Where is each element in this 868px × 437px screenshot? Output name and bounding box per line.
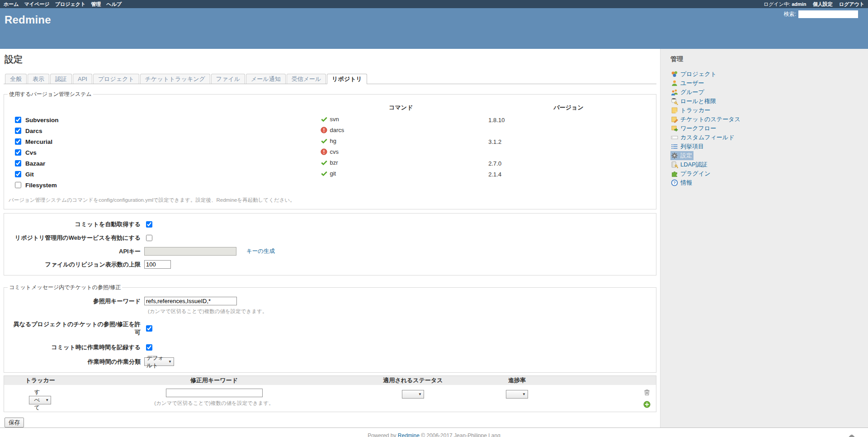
search-label: 検索: [784,10,796,18]
tab-general[interactable]: 全般 [5,74,27,84]
scm-cvs-checkbox[interactable] [15,149,21,156]
footer: Powered by Redmine © 2006-2017 Jean-Phil… [0,428,868,437]
svg-text:?: ? [673,180,676,185]
sidebar-item-plugins[interactable]: プラグイン [670,169,859,178]
applied-status-select[interactable]: ▼ [402,390,424,399]
top-menu-projects[interactable]: プロジェクト [55,1,86,7]
applied-status-header: 適用されるステータス [352,376,474,385]
scm-version: 1.8.10 [488,117,505,124]
fix-keywords-input[interactable] [166,389,263,397]
scm-command-header: コマンド [317,101,485,114]
tab-incoming-mail[interactable]: 受信メール [287,74,326,84]
autofetch-checkbox[interactable] [146,221,152,228]
ref-keywords-input[interactable] [144,297,237,305]
generate-key-link[interactable]: キーの生成 [246,247,275,255]
delete-icon[interactable] [643,389,651,396]
redmine-link[interactable]: Redmine [398,432,420,437]
sidebar-item-trackers[interactable]: トラッカー [670,106,859,115]
table-row: Mercurial hg 3.1.2 [8,136,652,147]
webservice-checkbox[interactable] [146,235,152,241]
current-user: admin [792,1,806,7]
app-header: Redmine 検索: [0,8,868,49]
scm-mercurial-checkbox[interactable] [15,138,21,145]
sidebar-item-custom-fields[interactable]: カスタムフィールド [670,133,859,142]
top-menu-left: ホーム マイページ プロジェクト 管理 ヘルプ [4,1,126,8]
enumerations-icon [671,143,678,150]
sidebar-item-roles[interactable]: ロールと権限 [670,97,859,106]
sidebar-item-ldap[interactable]: LDAP認証 [670,160,859,169]
add-icon[interactable] [643,401,651,408]
sidebar-item-projects[interactable]: プロジェクト [670,70,859,79]
done-ratio-header: 進捗率 [474,376,560,385]
ok-icon [321,159,327,166]
feedly-badge-icon[interactable] [844,432,860,437]
admin-sidebar: 管理 プロジェクト ユーザー グループ ロールと権限 トラッカー チケットのステ… [660,49,868,428]
tab-issue-tracking[interactable]: チケットトラッキング [140,74,210,84]
tab-mail-notifications[interactable]: メール通知 [246,74,286,84]
sidebar-item-settings[interactable]: 設定 [670,151,859,160]
table-row: Git git 2.1.4 [8,169,652,180]
sidebar-item-groups[interactable]: グループ [670,88,859,97]
scm-version-header: バージョン [485,101,652,114]
top-menu-help[interactable]: ヘルプ [106,1,122,7]
ldap-icon [671,161,678,168]
sidebar-item-enumerations[interactable]: 列挙項目 [670,142,859,151]
top-menu: ホーム マイページ プロジェクト 管理 ヘルプ ログイン中: admin 個人設… [0,0,868,8]
repository-settings-box: コミットを自動取得する リポジトリ管理用のWebサービスを有効にする APIキー… [4,213,656,276]
scm-filesystem-checkbox[interactable] [15,182,21,188]
scm-git-checkbox[interactable] [15,171,21,177]
scm-name-label: Darcs [25,128,42,134]
activity-select[interactable]: デフォルト▼ [144,357,174,366]
tab-repositories[interactable]: リポジトリ [327,74,367,84]
quick-search: 検索: [784,10,858,18]
logout-link[interactable]: ログアウト [839,1,864,7]
webservice-label: リポジトリ管理用のWebサービスを有効にする [8,234,144,242]
tracker-icon [671,107,678,114]
scm-command: hg [330,138,336,144]
gear-icon [671,152,678,159]
table-row: すべて▼ (カンマで区切ることで)複数の値を設定できます。 ▼ ▼ [4,385,656,412]
scm-bazaar-checkbox[interactable] [15,160,21,166]
top-menu-my-page[interactable]: マイページ [24,1,50,7]
log-time-checkbox[interactable] [146,344,152,351]
tracker-header: トラッカー [4,376,76,385]
top-menu-admin[interactable]: 管理 [91,1,101,7]
top-menu-home[interactable]: ホーム [4,1,19,7]
table-row: Subversion svn 1.8.10 [8,114,652,125]
scm-subversion-checkbox[interactable] [15,117,21,123]
sidebar-item-issue-statuses[interactable]: チケットのステータス [670,115,859,124]
sidebar-item-users[interactable]: ユーザー [670,79,859,88]
info-icon: ? [671,179,678,186]
sidebar-item-workflow[interactable]: ワークフロー [670,124,859,133]
powered-by-text: Powered by [368,432,396,437]
chevron-down-icon: ▼ [168,360,172,364]
scm-darcs-checkbox[interactable] [15,128,21,134]
tab-display[interactable]: 表示 [28,74,49,84]
search-input[interactable] [798,10,858,18]
cross-project-checkbox[interactable] [146,325,152,332]
sidebar-item-information[interactable]: ? 情報 [670,178,859,187]
table-row: Cvs cvs [8,147,652,158]
revisions-limit-input[interactable] [144,260,171,269]
my-account-link[interactable]: 個人設定 [813,1,833,7]
app-title: Redmine [0,8,868,26]
scm-name-label: Mercurial [25,138,52,145]
commit-legend: コミットメッセージ内でチケットの参照/修正 [8,284,122,291]
sidebar-title: 管理 [670,55,859,63]
chevron-down-icon: ▼ [418,392,422,396]
tab-authentication[interactable]: 認証 [50,74,72,84]
workflow-icon [671,125,678,132]
tab-api[interactable]: API [73,74,92,84]
chevron-down-icon: ▼ [522,392,526,396]
api-key-input[interactable] [144,247,236,256]
issue-status-icon [671,116,678,123]
user-icon [671,80,678,87]
ref-keywords-label: 参照用キーワード [8,297,144,305]
save-button[interactable]: 保存 [5,418,24,428]
done-ratio-select[interactable]: ▼ [506,390,528,399]
group-icon [671,89,678,96]
tab-projects[interactable]: プロジェクト [93,74,139,84]
tracker-select[interactable]: すべて▼ [29,396,51,404]
tab-files[interactable]: ファイル [211,74,245,84]
page-title: 設定 [5,53,656,66]
